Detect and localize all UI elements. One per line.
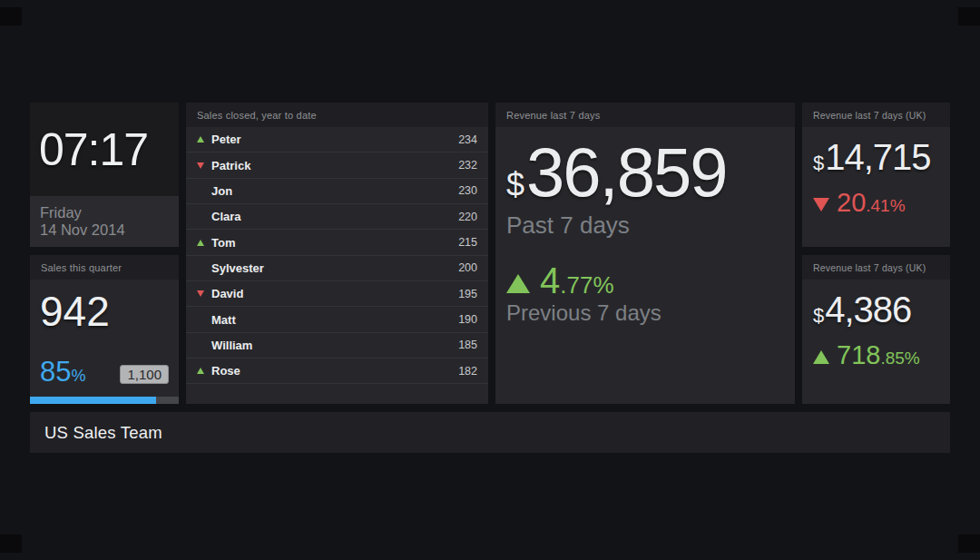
leaderboard-row: Patrick 232 (186, 152, 488, 178)
percent-value: 85 (40, 356, 71, 388)
progress-bar-track (30, 397, 179, 404)
trend-arrow-icon (197, 136, 204, 142)
time-display: 07:17 (39, 123, 148, 176)
rep-value: 195 (458, 288, 477, 300)
rep-value: 200 (458, 261, 477, 274)
rep-name: Sylvester (211, 261, 264, 275)
change-fraction: .85% (880, 349, 919, 367)
trend-arrow-icon (197, 265, 204, 271)
leaderboard-row: Matt 190 (186, 307, 488, 332)
sales-quarter-widget: Sales this quarter 942 85 % 1,100 (30, 255, 179, 404)
rep-value: 230 (458, 184, 477, 197)
revenue-amount: $ 36,859 (495, 138, 795, 207)
rep-name: Matt (211, 313, 236, 327)
rep-value: 215 (458, 236, 477, 249)
rep-value: 234 (458, 133, 477, 146)
currency-symbol: $ (813, 306, 824, 326)
rep-name: Peter (211, 133, 241, 146)
leaderboard-row: William 185 (186, 333, 488, 359)
trend-arrow-icon (197, 290, 204, 297)
rep-name: Tom (211, 236, 235, 250)
widget-title: Revenue last 7 days (UK) (802, 110, 926, 121)
widget-header: Revenue last 7 days (495, 103, 795, 127)
dashboard-title: US Sales Team (44, 423, 162, 443)
leaderboard-row: Jon 230 (186, 179, 488, 204)
currency-symbol: $ (813, 153, 824, 173)
rep-name: Patrick (211, 159, 250, 172)
revenue-amount: $ 14,715 (802, 139, 950, 175)
trend-arrow-icon (506, 274, 530, 293)
change-fraction: .41% (866, 197, 905, 214)
day-label: Friday (40, 204, 169, 221)
leaderboard-widget: Sales closed, year to date Peter 234 Pat… (186, 103, 488, 404)
currency-symbol: $ (506, 169, 524, 201)
widget-header: Revenue last 7 days (UK) (802, 103, 950, 127)
change-whole: 4 (540, 262, 560, 299)
rep-value: 182 (458, 365, 477, 378)
trend-arrow-icon (197, 368, 204, 374)
leaderboard-row: Tom 215 (186, 230, 488, 255)
percent-sign: % (71, 367, 85, 386)
rep-name: William (211, 339, 252, 352)
change-whole: 718 (837, 342, 880, 368)
clock-widget: 07:17 Friday 14 Nov 2014 (30, 103, 179, 247)
progress-percent: 85 % (40, 356, 86, 388)
rep-value: 232 (458, 159, 477, 172)
rep-name: Clara (211, 210, 241, 223)
rep-value: 190 (458, 313, 477, 326)
widget-header: Sales closed, year to date (186, 103, 488, 127)
change-indicator: 20 .41% (802, 190, 950, 216)
widget-header: Revenue last 7 days (UK) (802, 255, 950, 280)
progress-bar-fill (30, 397, 156, 404)
trend-arrow-icon (197, 188, 204, 194)
revenue-uk-top-widget: Revenue last 7 days (UK) $ 14,715 20 .41… (802, 103, 950, 247)
amount-value: 36,859 (526, 138, 726, 207)
trend-arrow-icon (197, 162, 204, 169)
widget-header: Sales this quarter (30, 255, 179, 280)
screen-corner-mark (0, 7, 22, 25)
revenue-amount: $ 4,386 (802, 291, 950, 328)
trend-arrow-icon (197, 317, 204, 323)
rep-value: 220 (458, 211, 477, 223)
trend-arrow-icon (197, 213, 204, 220)
widget-title: Sales this quarter (30, 262, 122, 273)
amount-value: 4,386 (825, 291, 911, 328)
trend-arrow-icon (813, 350, 829, 364)
comparison-label: Previous 7 days (495, 301, 795, 325)
widget-title: Revenue last 7 days (495, 110, 600, 121)
leaderboard-row: Rose 182 (186, 359, 488, 384)
widget-title: Revenue last 7 days (UK) (802, 262, 926, 273)
leaderboard-rows: Peter 234 Patrick 232 Jon 230 Clara 220 … (186, 127, 488, 384)
rep-name: Jon (211, 184, 232, 198)
rep-value: 185 (458, 339, 477, 351)
dashboard-background: 07:17 Friday 14 Nov 2014 Sales this quar… (0, 0, 980, 560)
leaderboard-row: Sylvester 200 (186, 256, 488, 281)
clock-time-panel: 07:17 (30, 103, 179, 196)
leaderboard-row: Clara 220 (186, 204, 488, 230)
revenue-main-widget: Revenue last 7 days $ 36,859 Past 7 days… (495, 103, 795, 404)
trend-arrow-icon (197, 240, 204, 246)
change-indicator: 4 .77% (495, 262, 795, 299)
rep-name: Rose (211, 364, 240, 378)
leaderboard-row: David 195 (186, 281, 488, 307)
amount-value: 14,715 (825, 139, 930, 175)
change-whole: 20 (837, 190, 866, 216)
sales-quarter-value: 942 (30, 290, 179, 332)
screen-corner-mark (958, 7, 980, 25)
trend-arrow-icon (813, 198, 829, 211)
leaderboard-row: Peter 234 (186, 127, 488, 152)
period-label: Past 7 days (495, 212, 795, 239)
date-label: 14 Nov 2014 (40, 221, 169, 239)
rep-name: David (211, 287, 243, 300)
change-fraction: .77% (560, 273, 613, 297)
goal-badge: 1,100 (120, 365, 169, 384)
clock-date-panel: Friday 14 Nov 2014 (30, 196, 179, 247)
screen-corner-mark (958, 535, 980, 553)
dashboard-title-bar: US Sales Team (30, 412, 950, 453)
trend-arrow-icon (197, 342, 204, 349)
revenue-uk-bottom-widget: Revenue last 7 days (UK) $ 4,386 718 .85… (802, 255, 950, 404)
change-indicator: 718 .85% (802, 342, 950, 368)
widget-title: Sales closed, year to date (186, 110, 317, 121)
screen-corner-mark (0, 535, 22, 553)
